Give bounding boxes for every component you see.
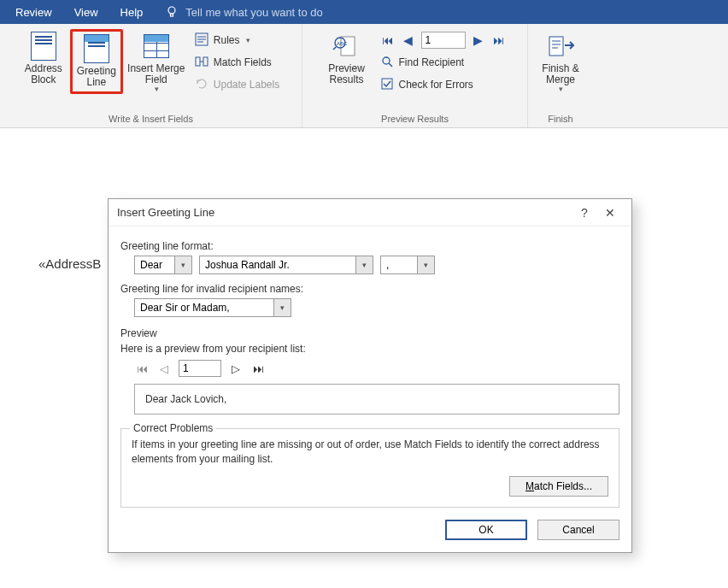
first-record-button[interactable]: ⏮ [380, 33, 396, 47]
match-fields-hotkey: M [525, 480, 534, 492]
chevron-down-icon[interactable]: ▾ [175, 256, 192, 274]
address-block-button[interactable]: Address Block [17, 29, 70, 89]
dialog-title-bar: Insert Greeting Line ? ✕ [109, 199, 631, 226]
svg-point-13 [383, 57, 390, 64]
group-label-preview-results: Preview Results [381, 114, 449, 126]
chevron-down-icon: ▾ [129, 85, 185, 94]
update-labels-button: Update Labels [195, 75, 279, 94]
rules-label: Rules [214, 34, 240, 46]
tab-review[interactable]: Review [5, 0, 62, 24]
menu-tab-bar: Review View Help Tell me what you want t… [0, 0, 728, 24]
group-preview-results: ABC Preview Results ⏮ ◀ ▶ ⏭ Find Recipie… [302, 24, 528, 127]
match-fields-button[interactable]: Match Fields [195, 53, 279, 72]
find-recipient-label: Find Recipient [399, 56, 465, 68]
insert-merge-field-icon [144, 31, 169, 62]
preview-results-label: Preview Results [328, 63, 365, 85]
preview-results-controls: ⏮ ◀ ▶ ⏭ Find Recipient Check for [375, 29, 512, 96]
group-label-write-insert: Write & Insert Fields [109, 114, 193, 126]
finish-merge-icon [546, 31, 575, 62]
chevron-down-icon[interactable]: ▾ [356, 256, 373, 274]
write-insert-small-buttons: Rules▾ Match Fields Update Labels [190, 29, 285, 96]
svg-rect-6 [196, 57, 200, 66]
svg-rect-16 [549, 37, 563, 56]
preview-section-label: Preview [120, 327, 619, 339]
match-fields-dialog-button[interactable]: Match Fields... [509, 476, 608, 497]
name-format-combo[interactable]: ▾ [199, 256, 373, 274]
greeting-line-button[interactable]: Greeting Line [70, 29, 123, 94]
update-labels-label: Update Labels [214, 79, 279, 91]
insert-merge-field-label: Insert Merge Field [127, 63, 185, 85]
chevron-down-icon[interactable]: ▾ [274, 298, 291, 317]
greeting-word-input[interactable] [134, 256, 175, 274]
preview-text-box: Dear Jack Lovich, [134, 384, 619, 415]
dialog-close-button[interactable]: ✕ [597, 206, 623, 220]
dialog-footer: OK Cancel [120, 520, 619, 540]
tell-me-search[interactable]: Tell me what you want to do [185, 6, 322, 19]
svg-text:ABC: ABC [337, 41, 348, 46]
svg-rect-9 [341, 37, 355, 56]
prev-record-button[interactable]: ◀ [401, 33, 416, 47]
svg-rect-1 [171, 14, 173, 16]
greeting-line-label: Greeting Line [77, 66, 116, 88]
next-record-button[interactable]: ▶ [471, 33, 486, 47]
tab-help[interactable]: Help [110, 0, 154, 24]
address-block-label: Address Block [25, 63, 62, 85]
invalid-greeting-input[interactable] [134, 298, 274, 317]
preview-prev-button: ◁ [156, 362, 172, 375]
chevron-down-icon: ▾ [246, 36, 250, 44]
punctuation-combo[interactable]: ▾ [380, 256, 435, 274]
record-number-input[interactable] [421, 32, 466, 49]
check-errors-label: Check for Errors [399, 79, 473, 91]
group-write-insert-fields: Address Block Greeting Line Insert Merge… [0, 24, 302, 127]
match-fields-label: Match Fields [214, 56, 272, 68]
dialog-help-button[interactable]: ? [572, 206, 597, 220]
greeting-format-label: Greeting line format: [120, 240, 619, 252]
correct-problems-legend: Correct Problems [130, 422, 216, 434]
svg-rect-15 [382, 79, 392, 89]
check-for-errors-button[interactable]: Check for Errors [380, 75, 507, 94]
record-navigation: ⏮ ◀ ▶ ⏭ [380, 31, 507, 50]
svg-line-11 [333, 47, 336, 50]
lightbulb-icon [165, 5, 179, 19]
tab-view[interactable]: View [64, 0, 109, 24]
dialog-title: Insert Greeting Line [117, 206, 214, 219]
invalid-names-label: Greeting line for invalid recipient name… [120, 283, 619, 295]
preview-results-icon: ABC [332, 31, 361, 62]
preview-text: Dear Jack Lovich, [145, 393, 226, 405]
finish-merge-label: Finish & Merge [542, 63, 578, 85]
invalid-greeting-combo[interactable]: ▾ [134, 298, 291, 317]
finish-merge-button[interactable]: Finish & Merge▾ [532, 29, 589, 94]
punctuation-input[interactable] [380, 256, 418, 274]
insert-merge-field-button[interactable]: Insert Merge Field▾ [123, 29, 190, 94]
insert-greeting-line-dialog: Insert Greeting Line ? ✕ Greeting line f… [108, 198, 632, 553]
svg-rect-7 [203, 57, 208, 66]
update-labels-icon [195, 77, 208, 93]
name-format-input[interactable] [199, 256, 356, 274]
chevron-down-icon: ▾ [543, 85, 578, 94]
find-recipient-button[interactable]: Find Recipient [380, 53, 507, 72]
check-errors-icon [380, 77, 394, 93]
ok-button[interactable]: OK [445, 520, 527, 540]
preview-first-button: ⏮ [134, 362, 150, 375]
cancel-button[interactable]: Cancel [537, 520, 619, 540]
preview-next-button[interactable]: ▷ [228, 362, 244, 375]
rules-icon [195, 32, 208, 49]
chevron-down-icon[interactable]: ▾ [418, 256, 435, 274]
preview-record-input[interactable] [179, 360, 221, 377]
find-recipient-icon [380, 55, 394, 71]
ribbon: Address Block Greeting Line Insert Merge… [0, 24, 728, 128]
last-record-button[interactable]: ⏭ [491, 33, 507, 47]
address-block-icon [31, 31, 56, 62]
merge-field-placeholder: «AddressB [38, 256, 101, 271]
greeting-word-combo[interactable]: ▾ [134, 256, 192, 274]
rules-button[interactable]: Rules▾ [195, 31, 279, 50]
correct-problems-text: If items in your greeting line are missi… [132, 438, 608, 467]
correct-problems-group: Correct Problems If items in your greeti… [120, 428, 619, 508]
match-fields-rest: atch Fields... [534, 480, 592, 492]
group-label-finish: Finish [548, 114, 572, 126]
svg-point-0 [168, 7, 175, 14]
preview-hint: Here is a preview from your recipient li… [120, 343, 619, 355]
preview-last-button[interactable]: ⏭ [250, 362, 266, 375]
preview-results-button[interactable]: ABC Preview Results [319, 29, 375, 89]
preview-record-navigation: ⏮ ◁ ▷ ⏭ [134, 360, 619, 377]
